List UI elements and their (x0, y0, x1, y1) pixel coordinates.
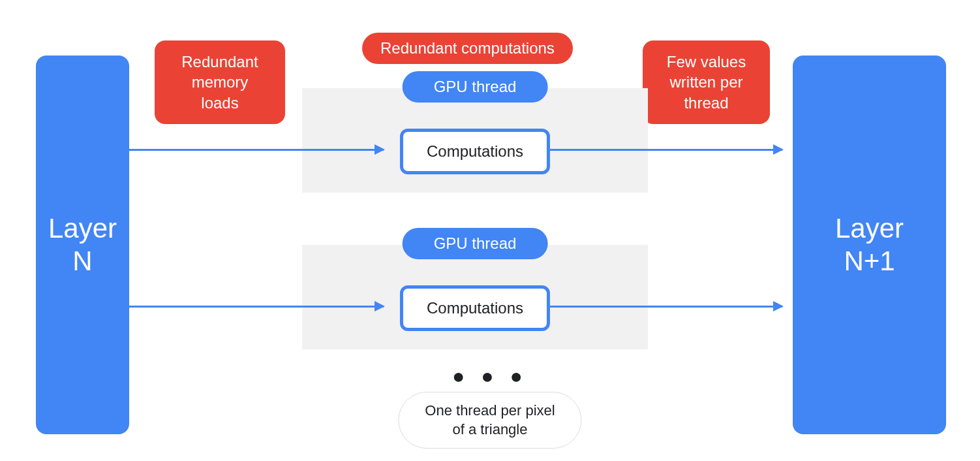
computations-label-2: Computations (427, 299, 523, 317)
layer-n1-box: Layer N+1 (793, 56, 946, 434)
arrow-1-right (550, 149, 782, 151)
computations-label-1: Computations (427, 142, 523, 160)
layer-n1-label: Layer N+1 (835, 212, 904, 278)
layer-n-box: Layer N (36, 56, 129, 434)
redundant-memory-text: Redundant memory loads (181, 52, 258, 113)
computations-box-2: Computations (400, 285, 550, 331)
few-values-text: Few values written per thread (667, 52, 746, 113)
ellipsis-dots: ● ● ● (452, 364, 528, 389)
gpu-thread-label-1: GPU thread (434, 78, 517, 95)
layer-n-label: Layer N (48, 212, 117, 278)
gpu-thread-label-2: GPU thread (434, 234, 517, 252)
computations-box-1: Computations (400, 129, 550, 174)
ellipsis-text: ● ● ● (452, 364, 528, 388)
caption-pill: One thread per pixel of a triangle (398, 392, 581, 449)
gpu-thread-pill-1: GPU thread (403, 71, 548, 103)
redundant-memory-callout: Redundant memory loads (155, 40, 285, 124)
gpu-thread-1: GPU thread Computations (302, 88, 648, 193)
redundant-computations-text: Redundant computations (380, 39, 555, 57)
redundant-computations-callout: Redundant computations (362, 33, 573, 64)
arrow-2-right (550, 306, 782, 308)
caption-text: One thread per pixel of a triangle (425, 402, 555, 437)
arrow-1-left (129, 149, 384, 151)
gpu-thread-2: GPU thread Computations (302, 245, 648, 349)
few-values-callout: Few values written per thread (643, 40, 770, 124)
gpu-thread-pill-2: GPU thread (403, 228, 548, 259)
arrow-2-left (129, 306, 384, 308)
